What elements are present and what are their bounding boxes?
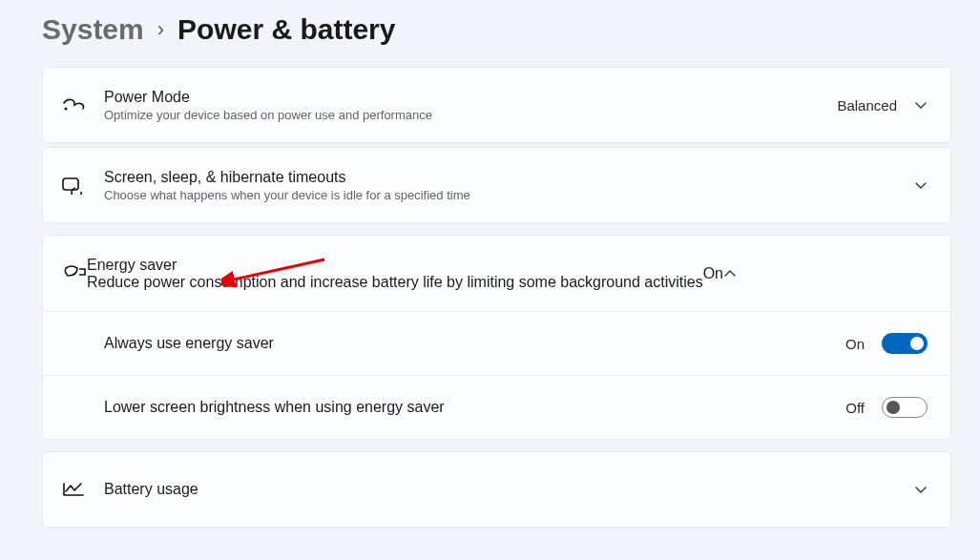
screen-sleep-subtitle: Choose what happens when your device is … — [104, 188, 914, 202]
power-mode-title: Power Mode — [104, 88, 837, 108]
energy-saver-header[interactable]: Energy saver Reduce power consumption an… — [43, 236, 950, 312]
screen-sleep-title: Screen, sleep, & hibernate timeouts — [104, 168, 914, 188]
chevron-down-icon — [914, 178, 928, 192]
chevron-down-icon — [914, 98, 928, 112]
battery-usage-row[interactable]: Battery usage — [42, 451, 951, 528]
chevron-down-icon — [914, 483, 928, 496]
breadcrumb: System › Power & battery — [42, 13, 951, 46]
screen-sleep-icon — [62, 176, 104, 195]
battery-usage-title: Battery usage — [104, 480, 914, 500]
breadcrumb-parent[interactable]: System — [42, 13, 144, 46]
battery-usage-icon — [62, 480, 104, 499]
lower-brightness-state: Off — [845, 400, 865, 416]
lower-brightness-label: Lower screen brightness when using energ… — [104, 399, 845, 416]
power-mode-subtitle: Optimize your device based on power use … — [104, 108, 837, 122]
power-mode-value: Balanced — [837, 97, 897, 114]
lower-brightness-row: Lower screen brightness when using energ… — [43, 376, 950, 439]
energy-saver-subtitle: Reduce power consumption and increase ba… — [87, 274, 703, 291]
always-energy-saver-toggle[interactable] — [882, 333, 928, 354]
always-energy-saver-label: Always use energy saver — [104, 335, 845, 352]
energy-saver-group: Energy saver Reduce power consumption an… — [42, 235, 951, 440]
always-energy-saver-row: Always use energy saver On — [43, 312, 950, 376]
energy-saver-value: On — [703, 265, 723, 282]
power-mode-icon — [62, 95, 104, 114]
chevron-right-icon: › — [157, 17, 164, 42]
energy-saver-title: Energy saver — [87, 257, 703, 274]
screen-sleep-row[interactable]: Screen, sleep, & hibernate timeouts Choo… — [42, 147, 951, 223]
always-energy-saver-state: On — [845, 336, 865, 352]
energy-saver-icon — [62, 262, 87, 285]
lower-brightness-toggle[interactable] — [882, 397, 928, 418]
svg-point-0 — [65, 108, 68, 111]
svg-rect-1 — [63, 178, 78, 190]
power-mode-row[interactable]: Power Mode Optimize your device based on… — [42, 67, 951, 143]
breadcrumb-current: Power & battery — [177, 13, 395, 46]
chevron-up-icon — [723, 267, 737, 280]
